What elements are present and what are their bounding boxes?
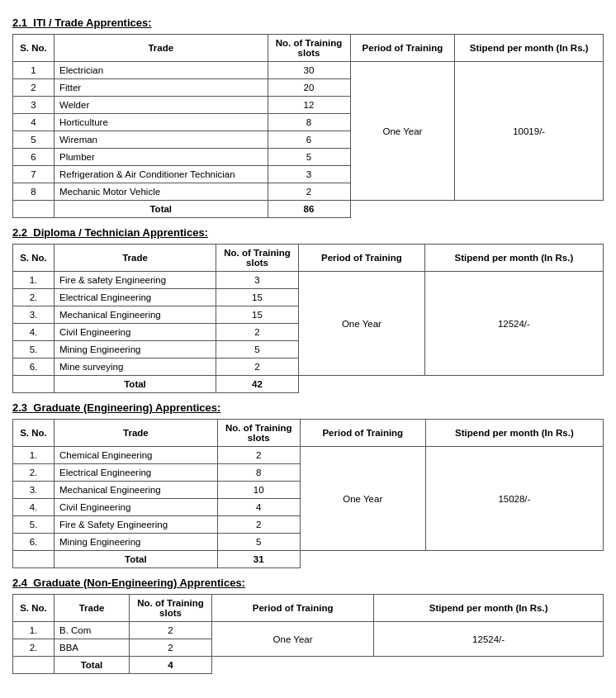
table-row: 1.Fire & safety Engineering3One Year1252… <box>13 272 604 289</box>
table-header: Period of Training <box>350 35 455 62</box>
slots-cell: 8 <box>268 114 350 131</box>
sno-cell: 5. <box>13 516 54 534</box>
apprentice-table: S. No.TradeNo. of Training slotsPeriod o… <box>12 419 604 568</box>
total-blank <box>13 657 54 674</box>
slots-cell: 8 <box>217 464 300 482</box>
sno-cell: 8 <box>13 183 54 201</box>
sno-cell: 2 <box>13 79 54 97</box>
slots-cell: 20 <box>268 79 350 97</box>
period-cell: One Year <box>299 272 425 376</box>
table-header: Trade <box>54 35 268 62</box>
slots-cell: 12 <box>268 97 350 114</box>
slots-cell: 2 <box>268 183 350 201</box>
total-row: Total42 <box>13 376 604 393</box>
section-heading: 2.4 Graduate (Non-Engineering) Apprentic… <box>12 577 604 589</box>
sno-cell: 6. <box>13 534 54 551</box>
trade-cell: B. Com <box>54 622 130 639</box>
trade-cell: Mechanical Engineering <box>54 306 216 324</box>
stipend-cell: 15028/- <box>425 447 603 551</box>
sno-cell: 4 <box>13 114 54 131</box>
slots-cell: 2 <box>129 639 211 657</box>
sno-cell: 1. <box>13 622 54 639</box>
table-header: Stipend per month (In Rs.) <box>455 35 604 62</box>
table-header: Period of Training <box>211 595 373 622</box>
table-header: Stipend per month (In Rs.) <box>425 420 603 447</box>
trade-cell: Electrician <box>54 62 268 79</box>
table-row: 1.B. Com2One Year12524/- <box>13 622 604 639</box>
sno-cell: 1. <box>13 447 54 464</box>
period-cell: One Year <box>300 447 425 551</box>
period-cell: One Year <box>211 622 373 657</box>
section-number: 2.4 <box>12 577 33 589</box>
sno-cell: 5. <box>13 341 54 358</box>
total-row: Total4 <box>13 657 604 674</box>
slots-cell: 4 <box>217 499 300 516</box>
section-title: ITI / Trade Apprentices: <box>33 17 151 29</box>
stipend-cell: 12524/- <box>424 272 603 376</box>
slots-cell: 30 <box>268 62 350 79</box>
section-number: 2.3 <box>12 401 33 414</box>
table-header: S. No. <box>13 35 54 62</box>
trade-cell: Wireman <box>54 131 268 149</box>
table-header: No. of Training slots <box>217 420 300 447</box>
trade-cell: Horticulture <box>54 114 268 131</box>
total-blank <box>13 376 54 393</box>
section-title: Graduate (Non-Engineering) Apprentices: <box>33 577 245 589</box>
trade-cell: Electrical Engineering <box>54 464 218 482</box>
section-heading: 2.1 ITI / Trade Apprentices: <box>12 17 604 29</box>
apprentice-table: S. No.TradeNo. of Training slotsPeriod o… <box>12 594 604 674</box>
sno-cell: 4. <box>13 499 54 516</box>
stipend-cell: 12524/- <box>374 622 604 657</box>
slots-cell: 2 <box>216 358 299 376</box>
section-heading: 2.3 Graduate (Engineering) Apprentices: <box>12 401 604 414</box>
total-row: Total86 <box>13 201 604 218</box>
total-row: Total31 <box>13 551 604 568</box>
sno-cell: 2. <box>13 639 54 657</box>
table-header: Trade <box>54 595 130 622</box>
trade-cell: Electrical Engineering <box>54 289 216 306</box>
sno-cell: 5 <box>13 131 54 149</box>
trade-cell: Chemical Engineering <box>54 447 218 464</box>
table-header: S. No. <box>13 595 54 622</box>
table-header: Trade <box>54 420 218 447</box>
table-header: Stipend per month (In Rs.) <box>424 245 603 272</box>
sno-cell: 2. <box>13 464 54 482</box>
sno-cell: 3. <box>13 306 54 324</box>
section-number: 2.1 <box>12 17 33 29</box>
trade-cell: Plumber <box>54 149 268 166</box>
trade-cell: Fire & Safety Engineering <box>54 516 218 534</box>
slots-cell: 3 <box>268 166 350 183</box>
sno-cell: 4. <box>13 324 54 341</box>
trade-cell: Civil Engineering <box>54 499 218 516</box>
period-cell: One Year <box>350 62 455 201</box>
sno-cell: 2. <box>13 289 54 306</box>
slots-cell: 15 <box>216 306 299 324</box>
total-label: Total <box>54 657 130 674</box>
total-value: 4 <box>129 657 211 674</box>
total-value: 86 <box>268 201 350 218</box>
section-heading: 2.2 Diploma / Technician Apprentices: <box>12 226 604 239</box>
trade-cell: Mine surveying <box>54 358 216 376</box>
slots-cell: 2 <box>217 516 300 534</box>
table-header: Period of Training <box>300 420 425 447</box>
table-header: No. of Training slots <box>129 595 211 622</box>
trade-cell: Mining Engineering <box>54 534 218 551</box>
slots-cell: 2 <box>217 447 300 464</box>
apprentice-table: S. No.TradeNo. of Training slotsPeriod o… <box>12 34 604 218</box>
trade-cell: Fitter <box>54 79 268 97</box>
slots-cell: 2 <box>129 622 211 639</box>
trade-cell: Mining Engineering <box>54 341 216 358</box>
trade-cell: Fire & safety Engineering <box>54 272 216 289</box>
slots-cell: 15 <box>216 289 299 306</box>
table-header: No. of Training slots <box>216 245 299 272</box>
sno-cell: 7 <box>13 166 54 183</box>
table-row: 1Electrician30One Year10019/- <box>13 62 604 79</box>
trade-cell: Mechanic Motor Vehicle <box>54 183 268 201</box>
slots-cell: 5 <box>216 341 299 358</box>
section-number: 2.2 <box>12 226 33 239</box>
sno-cell: 1. <box>13 272 54 289</box>
trade-cell: BBA <box>54 639 130 657</box>
sno-cell: 6. <box>13 358 54 376</box>
table-row: 1.Chemical Engineering2One Year15028/- <box>13 447 604 464</box>
sno-cell: 6 <box>13 149 54 166</box>
